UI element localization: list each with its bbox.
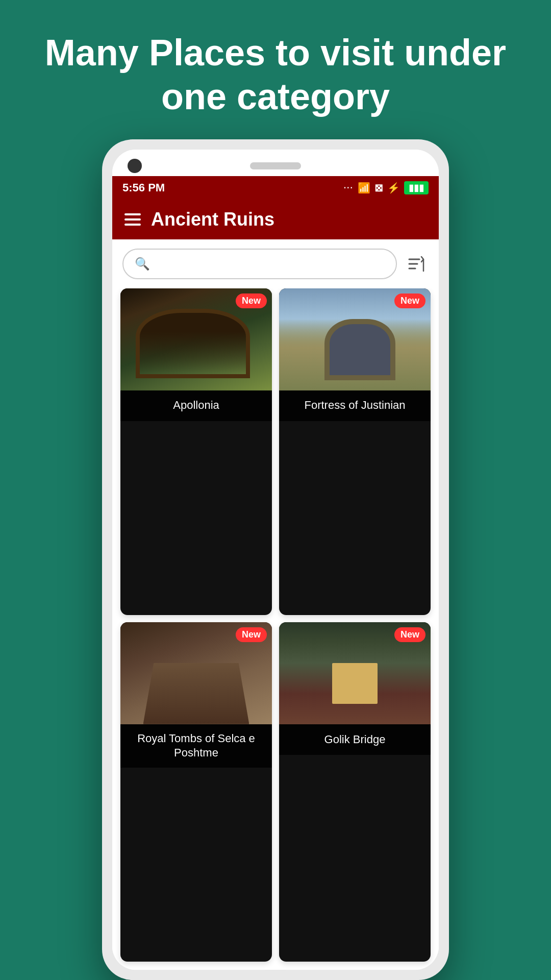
status-bar: 5:56 PM ··· 📶 ⊠ ⚡ ▮▮▮ (112, 176, 439, 200)
status-time: 5:56 PM (122, 181, 165, 194)
card-title-golik: Golik Bridge (279, 724, 431, 755)
new-badge-apollonia: New (236, 293, 267, 308)
hero-title: Many Places to visit under one category (0, 0, 551, 139)
dots-icon: ··· (344, 183, 354, 192)
card-apollonia[interactable]: New Apollonia (120, 288, 272, 615)
card-tombs[interactable]: New Royal Tombs of Selca e Poshtme (120, 622, 272, 962)
card-title-apollonia: Apollonia (120, 390, 272, 421)
search-input[interactable] (156, 257, 385, 271)
app-title: Ancient Ruins (151, 209, 274, 230)
phone-notch (112, 150, 439, 176)
bolt-icon: ⚡ (387, 182, 400, 194)
wifi-icon: 📶 (358, 182, 370, 194)
phone-speaker (250, 162, 301, 169)
battery-indicator: ▮▮▮ (404, 181, 429, 194)
search-container: 🔍 (112, 239, 439, 288)
front-camera (128, 159, 142, 173)
search-icon: 🔍 (135, 257, 150, 271)
sim-icon: ⊠ (374, 182, 383, 194)
new-badge-tombs: New (236, 627, 267, 642)
card-title-tombs: Royal Tombs of Selca e Poshtme (120, 724, 272, 768)
app-bar: Ancient Ruins (112, 200, 439, 239)
card-golik[interactable]: New Golik Bridge (279, 622, 431, 962)
phone-screen: 5:56 PM ··· 📶 ⊠ ⚡ ▮▮▮ Ancient Ruins 🔍 (112, 150, 439, 970)
places-grid: New Apollonia New Fortress of Justinian … (112, 288, 439, 970)
new-badge-fortress: New (394, 293, 425, 308)
card-title-fortress: Fortress of Justinian (279, 390, 431, 421)
sort-filter-button[interactable] (404, 252, 429, 276)
card-fortress[interactable]: New Fortress of Justinian (279, 288, 431, 615)
hamburger-menu-button[interactable] (124, 213, 141, 226)
status-icons: ··· 📶 ⊠ ⚡ ▮▮▮ (344, 181, 429, 194)
new-badge-golik: New (394, 627, 425, 642)
phone-frame: 5:56 PM ··· 📶 ⊠ ⚡ ▮▮▮ Ancient Ruins 🔍 (102, 139, 449, 980)
search-input-wrapper[interactable]: 🔍 (122, 249, 397, 279)
